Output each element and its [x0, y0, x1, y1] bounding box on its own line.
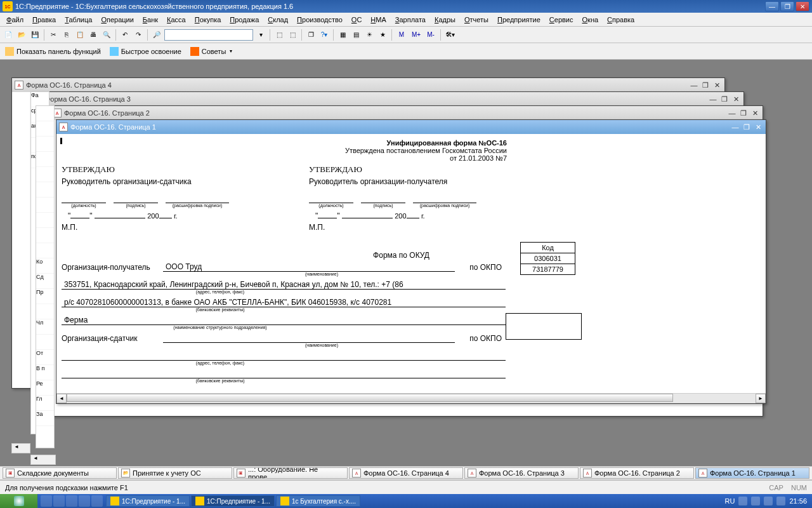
menu-Склад[interactable]: Склад	[264, 15, 292, 25]
minimize-button[interactable]: —	[765, 1, 779, 11]
menu-ОС[interactable]: ОС	[348, 15, 366, 25]
start-button[interactable]	[0, 494, 38, 508]
menu-Банк[interactable]: Банк	[139, 15, 162, 25]
cut-icon[interactable]: ✂	[48, 29, 59, 41]
wintask[interactable]: 1с Бухгалтерия с.-х....	[276, 495, 360, 507]
ferma-value: Ферма	[62, 316, 506, 325]
tray-icon[interactable]	[776, 497, 785, 505]
tray-icon[interactable]	[751, 497, 760, 505]
ql-icon[interactable]	[53, 495, 65, 507]
okpo-label: по ОКПО	[455, 263, 506, 272]
close-button[interactable]: ✕	[796, 1, 809, 11]
help-icon[interactable]: ?▾	[318, 29, 330, 41]
tray-icon[interactable]	[764, 497, 773, 505]
sig-pos-tiny: (должность)	[309, 203, 353, 208]
tool-b-icon[interactable]: ⬚	[287, 29, 298, 41]
menu-Справка[interactable]: Справка	[603, 15, 638, 25]
doc-max-button[interactable]: ❐	[719, 95, 730, 104]
undo-icon[interactable]: ↶	[119, 29, 131, 41]
doc-max-button[interactable]: ❐	[742, 123, 752, 131]
fast-learn-button[interactable]: Быстрое освоение	[107, 46, 184, 57]
doc-window-page1[interactable]: AФорма ОС-16. Страница 1 —❐✕ Унифицирова…	[56, 119, 766, 404]
task-Форма ОС-16. Страница 3[interactable]: AФорма ОС-16. Страница 3	[464, 467, 579, 479]
tool-a-icon[interactable]: ⬚	[273, 29, 285, 41]
redo-icon[interactable]: ↷	[133, 29, 144, 41]
ql-icon[interactable]	[41, 495, 52, 507]
menu-НМА[interactable]: НМА	[367, 15, 390, 25]
search-input[interactable]	[164, 29, 253, 41]
scroll-right-button[interactable]: ►	[756, 394, 766, 403]
mem-mminus-button[interactable]: M-	[424, 29, 437, 41]
task-Форма ОС-16. Страница 2[interactable]: AФорма ОС-16. Страница 2	[580, 467, 694, 479]
doc-close-button[interactable]: ✕	[750, 109, 760, 117]
save-icon[interactable]: 💾	[29, 29, 41, 41]
status-num: NUM	[791, 484, 807, 491]
menu-Файл[interactable]: Файл	[3, 15, 27, 25]
task-Складские документы[interactable]: ▣Складские документы	[3, 467, 117, 479]
print-icon[interactable]: 🖶	[88, 29, 99, 41]
maximize-button[interactable]: ❐	[780, 1, 794, 11]
doc-close-button[interactable]: ✕	[712, 81, 722, 90]
grid2-icon[interactable]: ▤	[350, 29, 362, 41]
addr-tiny: (адрес, телефон, факс)	[62, 290, 379, 294]
doc-close-button[interactable]: ✕	[731, 95, 741, 104]
menu-Отчеты[interactable]: Отчеты	[461, 15, 492, 25]
status-cap: CAP	[769, 484, 783, 491]
task-Форма ОС-16. Страница 1[interactable]: AФорма ОС-16. Страница 1	[695, 467, 809, 479]
app-logo-icon: 1C	[3, 1, 13, 11]
scroll-left-button[interactable]: ◄	[56, 394, 67, 403]
horizontal-scrollbar[interactable]: ◄ ►	[56, 393, 766, 403]
clock[interactable]: 21:56	[789, 497, 807, 505]
copy-icon[interactable]: ⎘	[61, 29, 72, 41]
menu-Покупка[interactable]: Покупка	[191, 15, 225, 25]
menu-Кадры[interactable]: Кадры	[431, 15, 459, 25]
tray-icon[interactable]	[738, 497, 747, 505]
task-...: Оборудование. Не прове...[interactable]: ▣...: Оборудование. Не прове...	[233, 467, 348, 479]
doc-title: Форма ОС-16. Страница 1	[70, 123, 156, 131]
menu-Касса[interactable]: Касса	[163, 15, 190, 25]
search-go-icon[interactable]: ▾	[255, 29, 266, 41]
ql-icon[interactable]	[79, 495, 90, 507]
doc-max-button[interactable]: ❐	[738, 109, 749, 117]
doc-min-button[interactable]: —	[727, 109, 737, 117]
mem-mplus-button[interactable]: M+	[410, 29, 422, 41]
wintask[interactable]: 1С:Предприятие - 1...	[106, 495, 190, 507]
mem-m-button[interactable]: M	[395, 29, 408, 41]
tips-button[interactable]: Советы▾	[188, 46, 235, 57]
menu-Операции[interactable]: Операции	[97, 15, 137, 25]
doc-min-button[interactable]: —	[689, 81, 699, 90]
star-icon[interactable]: ★	[377, 29, 388, 41]
paste-icon[interactable]: 📋	[74, 29, 86, 41]
windows-icon[interactable]: ❐	[305, 29, 317, 41]
task-Принятие к учету ОС[interactable]: 📂Принятие к учету ОС	[118, 467, 232, 479]
wintask[interactable]: 1С:Предприятие - 1...	[191, 495, 275, 507]
doc-min-button[interactable]: —	[708, 95, 718, 104]
ql-icon[interactable]	[91, 495, 103, 507]
tools-icon[interactable]: 🛠▾	[444, 29, 455, 41]
menu-Продажа[interactable]: Продажа	[226, 15, 263, 25]
menu-Таблица[interactable]: Таблица	[61, 15, 96, 25]
sig-sign-tiny: (подпись)	[114, 203, 158, 208]
grid-icon[interactable]: ▦	[337, 29, 348, 41]
doc-title: Форма ОС-16. Страница 4	[26, 81, 112, 89]
menu-Предприятие[interactable]: Предприятие	[494, 15, 544, 25]
menu-Сервис[interactable]: Сервис	[546, 15, 577, 25]
sun-icon[interactable]: ☀	[363, 29, 375, 41]
preview-icon[interactable]: 🔍	[101, 29, 112, 41]
doc-close-button[interactable]: ✕	[753, 123, 763, 131]
doc-min-button[interactable]: —	[730, 123, 740, 131]
menu-Правка[interactable]: Правка	[29, 15, 60, 25]
menu-Окна[interactable]: Окна	[579, 15, 603, 25]
back-scroll2[interactable]: ◄	[30, 455, 56, 465]
task-Форма ОС-16. Страница 4[interactable]: AФорма ОС-16. Страница 4	[349, 467, 463, 479]
menu-Производство[interactable]: Производство	[293, 15, 346, 25]
lang-indicator[interactable]: RU	[725, 497, 735, 505]
menu-Зарплата[interactable]: Зарплата	[391, 15, 429, 25]
new-icon[interactable]: 📄	[3, 29, 14, 41]
func-panel-button[interactable]: Показать панель функций	[3, 46, 103, 57]
back-scroll[interactable]: ◄	[11, 443, 30, 453]
ql-icon[interactable]	[66, 495, 77, 507]
find-icon[interactable]: 🔎	[151, 29, 162, 41]
open-icon[interactable]: 📂	[16, 29, 27, 41]
doc-max-button[interactable]: ❐	[700, 81, 710, 90]
